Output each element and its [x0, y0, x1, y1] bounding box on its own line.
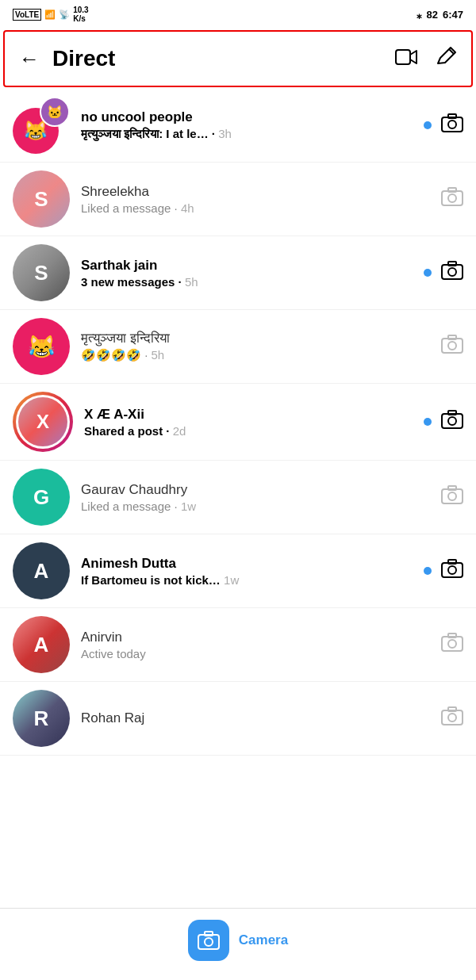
conv-info: Rohan Raj — [81, 710, 430, 726]
svg-point-2 — [448, 121, 456, 128]
conv-sub: Active today — [81, 647, 430, 660]
status-bar: VoLTE 📶 📡 10.3K/s ⁎ 82 6:47 — [0, 0, 476, 29]
svg-rect-7 — [442, 265, 463, 279]
avatar: S — [13, 170, 70, 228]
conv-actions — [424, 261, 463, 285]
conv-name: Animesh Dutta — [81, 556, 413, 572]
conv-sub: Liked a message · 4h — [81, 201, 430, 215]
camera-button[interactable] — [441, 706, 463, 731]
conv-sub: Shared a post · 2d — [84, 424, 413, 438]
back-button[interactable]: ← — [19, 47, 40, 71]
header-icons — [395, 46, 457, 71]
svg-rect-15 — [448, 411, 456, 415]
avatar: S — [13, 244, 70, 301]
camera-button[interactable] — [441, 633, 463, 657]
header-left: ← Direct — [19, 46, 115, 71]
avatar: A — [13, 616, 70, 673]
avatar: G — [13, 469, 70, 526]
volte-indicator: VoLTE — [13, 9, 41, 21]
direct-header: ← Direct — [3, 30, 473, 87]
avatar: X — [13, 392, 73, 452]
status-left: VoLTE 📶 📡 10.3K/s — [13, 6, 89, 23]
conv-name: मृत्युञ्जया इन्दिरिया — [81, 331, 430, 346]
list-item[interactable]: 😹 मृत्युञ्जया इन्दिरिया 🤣🤣🤣🤣 · 5h — [0, 310, 476, 384]
list-item[interactable]: A Animesh Dutta If Bartomeu is not kick…… — [0, 534, 476, 608]
svg-rect-22 — [442, 637, 463, 651]
conv-actions — [424, 113, 463, 138]
signal-bars: 📶 — [44, 10, 56, 20]
svg-rect-21 — [448, 560, 456, 564]
conv-actions — [424, 559, 463, 584]
conv-actions — [424, 410, 463, 434]
camera-button[interactable] — [441, 559, 463, 584]
list-item[interactable]: S Sarthak jain 3 new messages · 5h — [0, 236, 476, 310]
conv-info: Gaurav Chaudhry Liked a message · 1w — [81, 482, 430, 513]
data-speed: 10.3K/s — [73, 6, 88, 23]
avatar: 😹 — [13, 318, 70, 375]
conv-sub: Liked a message · 1w — [81, 500, 430, 513]
conv-name: Rohan Raj — [81, 710, 430, 726]
conv-info: मृत्युञ्जया इन्दिरिया 🤣🤣🤣🤣 · 5h — [81, 331, 430, 362]
conv-name: X Æ A-Xii — [84, 407, 413, 423]
list-item[interactable]: S Shreelekha Liked a message · 4h — [0, 163, 476, 236]
svg-point-11 — [448, 342, 456, 350]
svg-point-5 — [448, 194, 456, 202]
svg-rect-6 — [448, 188, 456, 192]
conv-info: Anirvin Active today — [81, 630, 430, 660]
svg-point-14 — [448, 417, 456, 425]
conv-name: no uncool people — [81, 109, 413, 125]
status-right: ⁎ 82 6:47 — [416, 9, 464, 21]
list-item[interactable]: X X Æ A-Xii Shared a post · 2d — [0, 384, 476, 461]
bluetooth-icon: ⁎ — [416, 9, 422, 21]
svg-rect-27 — [448, 707, 456, 711]
conv-actions — [441, 706, 463, 731]
svg-rect-9 — [448, 262, 456, 266]
conv-info: Shreelekha Liked a message · 4h — [81, 184, 430, 215]
camera-button[interactable] — [441, 410, 463, 434]
battery-level: 82 — [427, 9, 438, 21]
unread-indicator — [424, 567, 432, 575]
conv-sub: 🤣🤣🤣🤣 · 5h — [81, 348, 430, 362]
list-item[interactable]: A Anirvin Active today — [0, 608, 476, 682]
conversation-list: 😹 🐱 no uncool people मृत्युञ्जया इन्दिरि… — [0, 89, 476, 835]
avatar: R — [13, 690, 70, 747]
camera-bottom-button[interactable] — [188, 920, 229, 961]
camera-button[interactable] — [441, 113, 463, 138]
svg-point-29 — [205, 938, 213, 946]
page-title: Direct — [52, 46, 115, 71]
svg-rect-25 — [442, 710, 463, 725]
conv-name: Gaurav Chaudhry — [81, 482, 430, 498]
conv-name: Sarthak jain — [81, 258, 413, 274]
conv-actions — [441, 335, 463, 359]
svg-rect-19 — [442, 563, 463, 577]
svg-rect-24 — [448, 634, 456, 637]
conv-sub: If Bartomeu is not kick… 1w — [81, 573, 413, 587]
conv-name: Anirvin — [81, 630, 430, 645]
conv-sub: 3 new messages · 5h — [81, 275, 413, 289]
camera-button[interactable] — [441, 187, 463, 212]
svg-rect-13 — [442, 414, 463, 428]
list-item[interactable]: G Gaurav Chaudhry Liked a message · 1w — [0, 461, 476, 534]
svg-rect-16 — [442, 489, 463, 503]
list-item[interactable]: 😹 🐱 no uncool people मृत्युञ्जया इन्दिरि… — [0, 89, 476, 163]
camera-button[interactable] — [441, 335, 463, 359]
svg-point-17 — [448, 492, 456, 500]
svg-rect-3 — [448, 114, 456, 118]
video-call-button[interactable] — [395, 48, 419, 70]
svg-rect-28 — [198, 935, 219, 949]
list-item[interactable]: R Rohan Raj — [0, 682, 476, 756]
camera-button[interactable] — [441, 261, 463, 285]
conv-name: Shreelekha — [81, 184, 430, 200]
svg-point-8 — [448, 268, 456, 276]
conv-actions — [441, 485, 463, 510]
svg-rect-12 — [448, 335, 456, 339]
conv-info: Animesh Dutta If Bartomeu is not kick… 1… — [81, 556, 413, 587]
conv-info: no uncool people मृत्युञ्जया इन्दिरिया: … — [81, 109, 413, 141]
bottom-bar: Camera — [0, 908, 476, 980]
unread-indicator — [424, 418, 432, 426]
conv-info: X Æ A-Xii Shared a post · 2d — [84, 407, 413, 438]
svg-rect-0 — [396, 50, 410, 64]
svg-rect-10 — [442, 339, 463, 353]
compose-button[interactable] — [435, 46, 457, 71]
camera-button[interactable] — [441, 485, 463, 510]
